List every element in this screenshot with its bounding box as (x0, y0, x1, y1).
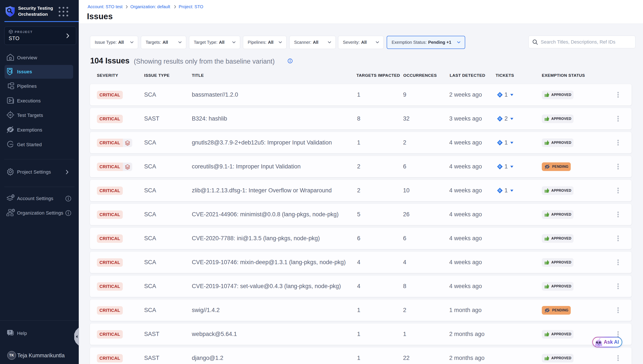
svg-text:?: ? (9, 330, 11, 334)
